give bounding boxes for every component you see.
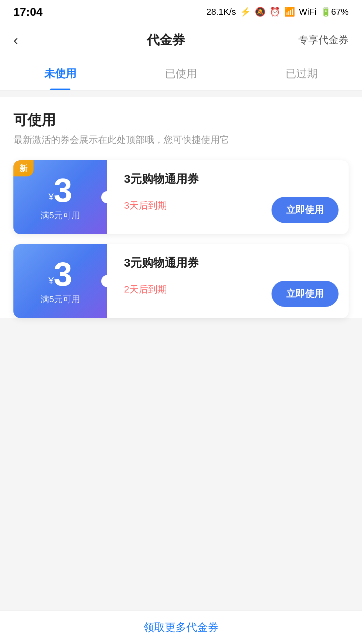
coupon-card-2: ¥3 满5元可用 3元购物通用券 2天后到期 立即使用 — [13, 244, 349, 318]
section-title: 可使用 — [13, 111, 349, 129]
use-coupon-btn-2[interactable]: 立即使用 — [272, 281, 339, 307]
coupon-name-2: 3元购物通用券 — [124, 255, 339, 271]
status-icons: 28.1K/s ⚡ 🔕 ⏰ 📶 WiFi 🔋67% — [206, 7, 349, 17]
coupon-right-1: 3元购物通用券 3天后到期 立即使用 — [107, 160, 349, 234]
amount-number-1: 3 — [54, 171, 72, 209]
exclusive-coupon-link[interactable]: 专享代金券 — [298, 33, 349, 47]
coupon-left-1: 新 ¥3 满5元可用 — [13, 160, 107, 234]
mute-icon: 🔕 — [255, 7, 265, 17]
coupon-expiry-2: 2天后到期 — [124, 283, 167, 296]
use-coupon-btn-1[interactable]: 立即使用 — [272, 197, 339, 223]
tab-used[interactable]: 已使用 — [121, 57, 241, 90]
new-badge-1: 新 — [13, 160, 34, 176]
bluetooth-icon: ⚡ — [240, 7, 251, 17]
status-bar: 17:04 28.1K/s ⚡ 🔕 ⏰ 📶 WiFi 🔋67% — [0, 0, 362, 23]
coupon-amount-2: ¥3 — [48, 257, 72, 291]
tab-unused[interactable]: 未使用 — [0, 57, 121, 90]
bottom-bar: 领取更多代金券 — [0, 610, 362, 644]
network-speed: 28.1K/s — [206, 7, 236, 17]
coupon-condition-1: 满5元可用 — [41, 210, 80, 221]
status-time: 17:04 — [13, 5, 43, 18]
alarm-icon: ⏰ — [269, 7, 280, 17]
get-more-coupons-link[interactable]: 领取更多代金券 — [143, 620, 219, 635]
coupon-right-2: 3元购物通用券 2天后到期 立即使用 — [107, 244, 349, 318]
main-content: 可使用 最新激活的券会展示在此处顶部哦，您可快捷使用它 新 ¥3 满5元可用 3… — [0, 97, 362, 318]
currency-symbol-2: ¥ — [48, 275, 54, 285]
section-desc: 最新激活的券会展示在此处顶部哦，您可快捷使用它 — [13, 133, 349, 147]
coupon-left-2: ¥3 满5元可用 — [13, 244, 107, 318]
wifi-icon: WiFi — [299, 7, 316, 17]
coupon-name-1: 3元购物通用券 — [124, 171, 339, 187]
coupon-meta-row-2: 2天后到期 立即使用 — [124, 277, 339, 307]
signal-icon: 📶 — [284, 7, 295, 17]
coupon-condition-2: 满5元可用 — [41, 293, 80, 305]
coupon-meta-row-1: 3天后到期 立即使用 — [124, 194, 339, 223]
page-title: 代金券 — [147, 32, 185, 49]
coupon-card-1: 新 ¥3 满5元可用 3元购物通用券 3天后到期 立即使用 — [13, 160, 349, 234]
tab-bar: 未使用 已使用 已过期 — [0, 57, 362, 91]
tab-expired[interactable]: 已过期 — [241, 57, 362, 90]
back-button[interactable]: ‹ — [13, 32, 34, 48]
coupon-expiry-1: 3天后到期 — [124, 199, 167, 212]
amount-number-2: 3 — [54, 255, 72, 293]
coupon-amount-1: ¥3 — [48, 173, 72, 207]
battery-icon: 🔋67% — [320, 7, 349, 17]
currency-symbol-1: ¥ — [48, 191, 54, 202]
header: ‹ 代金券 专享代金券 — [0, 23, 362, 57]
